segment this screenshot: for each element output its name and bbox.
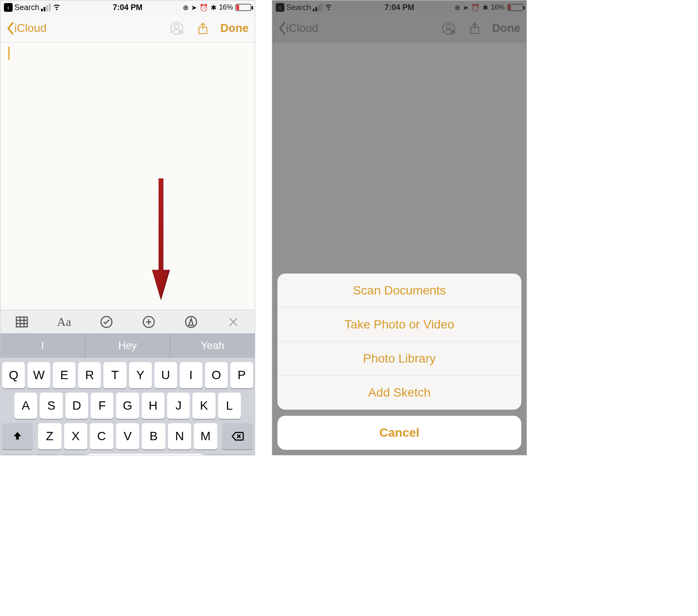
key-w[interactable]: W — [27, 362, 50, 388]
share-icon[interactable] — [194, 20, 212, 37]
phone-screenshot-right: ‹ Search 7:04 PM ⊕ ➤ ⏰ ✱ 16% iCloud — [272, 0, 527, 455]
key-f[interactable]: F — [91, 393, 113, 419]
emoji-key[interactable]: ☺ — [35, 454, 59, 455]
text-cursor — [8, 47, 10, 60]
key-v[interactable]: V — [116, 423, 140, 449]
markup-icon[interactable] — [182, 313, 200, 331]
key-x[interactable]: X — [64, 423, 88, 449]
checklist-icon[interactable] — [98, 313, 115, 331]
shift-key[interactable] — [2, 423, 33, 449]
key-c[interactable]: C — [90, 423, 113, 449]
key-k[interactable]: K — [192, 393, 215, 419]
key-u[interactable]: U — [154, 362, 177, 388]
numbers-key[interactable]: 123 — [2, 454, 33, 455]
status-time: 7:04 PM — [0, 3, 255, 12]
key-s[interactable]: S — [40, 393, 62, 419]
sheet-cancel-button[interactable]: Cancel — [277, 416, 521, 450]
predictive-2[interactable]: Yeah — [170, 333, 255, 358]
sheet-photo-library[interactable]: Photo Library — [277, 342, 521, 376]
back-button[interactable]: iCloud — [7, 21, 47, 35]
action-sheet: Scan Documents Take Photo or Video Photo… — [277, 274, 521, 450]
key-b[interactable]: B — [142, 423, 165, 449]
sheet-scan-documents[interactable]: Scan Documents — [277, 274, 521, 308]
key-a[interactable]: A — [14, 393, 37, 419]
space-key[interactable]: space — [88, 454, 202, 455]
phone-screenshot-left: ‹ Search 7:04 PM ⊕ ➤ ⏰ ✱ 16% iCloud — [0, 0, 255, 455]
add-attachment-icon[interactable] — [140, 313, 157, 331]
dictation-key[interactable] — [62, 454, 85, 455]
text-format-icon[interactable]: Aa — [55, 313, 73, 331]
key-d[interactable]: D — [65, 393, 88, 419]
svg-rect-4 — [16, 317, 27, 327]
format-toolbar: Aa — [0, 310, 255, 333]
key-m[interactable]: M — [194, 423, 217, 449]
done-button[interactable]: Done — [220, 21, 249, 35]
key-e[interactable]: E — [53, 362, 75, 388]
predictive-text-row: I Hey Yeah — [0, 333, 255, 358]
note-editor[interactable] — [0, 42, 255, 310]
action-sheet-options: Scan Documents Take Photo or Video Photo… — [277, 274, 521, 410]
sheet-take-photo-video[interactable]: Take Photo or Video — [277, 308, 521, 342]
key-t[interactable]: T — [103, 362, 126, 388]
key-h[interactable]: H — [142, 393, 164, 419]
key-p[interactable]: P — [230, 362, 253, 388]
keyboard: QWERTYUIOP ASDFGHJKL ZXCVBNM 123 ☺ space… — [0, 358, 255, 455]
predictive-1[interactable]: Hey — [86, 333, 171, 358]
key-n[interactable]: N — [168, 423, 192, 449]
key-q[interactable]: Q — [2, 362, 25, 388]
collaborate-icon[interactable] — [168, 20, 185, 37]
key-r[interactable]: R — [78, 362, 101, 388]
delete-key[interactable] — [222, 423, 253, 449]
nav-bar: iCloud Done — [0, 14, 255, 42]
back-label: iCloud — [14, 21, 47, 35]
key-i[interactable]: I — [180, 362, 202, 388]
key-o[interactable]: O — [205, 362, 228, 388]
status-bar: ‹ Search 7:04 PM ⊕ ➤ ⏰ ✱ 16% — [0, 0, 255, 14]
key-y[interactable]: Y — [129, 362, 152, 388]
key-j[interactable]: J — [167, 393, 190, 419]
close-toolbar-icon[interactable] — [225, 313, 242, 331]
key-g[interactable]: G — [116, 393, 139, 419]
table-icon[interactable] — [13, 313, 31, 331]
svg-point-1 — [174, 24, 179, 28]
key-z[interactable]: Z — [38, 423, 62, 449]
return-key[interactable]: return — [205, 454, 253, 455]
battery-icon — [236, 4, 251, 11]
sheet-add-sketch[interactable]: Add Sketch — [277, 376, 521, 410]
key-l[interactable]: L — [218, 393, 241, 419]
predictive-0[interactable]: I — [0, 333, 86, 358]
